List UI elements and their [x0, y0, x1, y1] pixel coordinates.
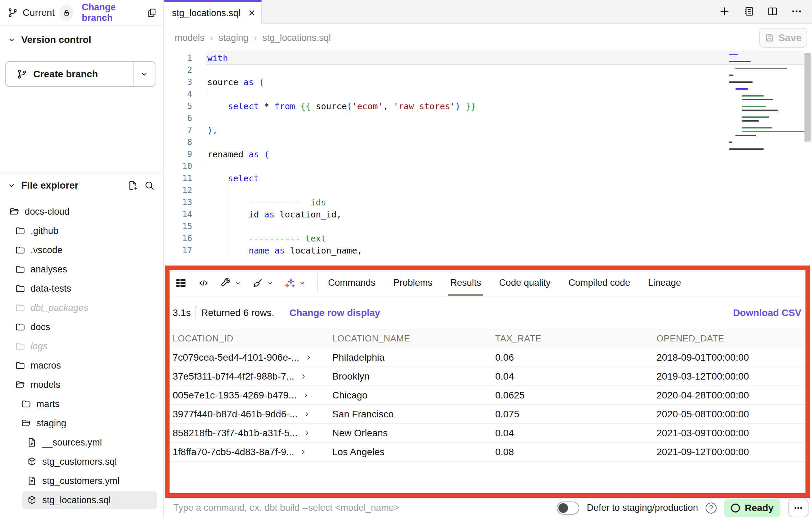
code-line-7[interactable]: 7),: [164, 124, 812, 136]
tree-item-label: staging: [36, 418, 66, 429]
panel-tab-compiled-code[interactable]: Compiled code: [559, 270, 639, 296]
tree-item--github[interactable]: .github: [0, 221, 163, 240]
tree-item-stg-customers-yml[interactable]: stg_customers.yml: [0, 471, 163, 491]
code-line-16[interactable]: 16 ---------- text: [164, 233, 812, 245]
code-line-12[interactable]: 12: [164, 184, 812, 196]
panel-tab-code-quality[interactable]: Code quality: [490, 270, 559, 296]
code-line-10[interactable]: 10: [164, 160, 812, 172]
version-control-title: Version control: [21, 34, 91, 45]
cell-location-id: 7c079cea-5ed4-4101-906e-...: [173, 348, 312, 367]
panel-tab-commands[interactable]: Commands: [319, 270, 384, 296]
more-options-button[interactable]: [788, 499, 809, 517]
indent-guide: [208, 88, 208, 124]
status-circle-icon: [731, 504, 740, 513]
new-file-icon[interactable]: [127, 180, 138, 191]
code-line-2[interactable]: 2: [164, 64, 812, 76]
indent-guide: [229, 184, 229, 257]
code-line-9[interactable]: 9renamed as (: [164, 148, 812, 160]
breadcrumb-staging[interactable]: staging: [219, 33, 248, 43]
tree-item-models[interactable]: models: [0, 375, 163, 394]
panel-tab-results[interactable]: Results: [441, 270, 490, 296]
table-grid-icon-button[interactable]: [174, 277, 187, 290]
editor-scrollbar-thumb[interactable]: [804, 53, 811, 142]
code-line-15[interactable]: 15: [164, 221, 812, 233]
tree-item-docs-cloud[interactable]: docs-cloud: [0, 202, 163, 221]
expand-row-chevron-icon[interactable]: [300, 448, 307, 456]
line-number: 2: [164, 64, 192, 76]
tab-stg-locations-sql[interactable]: stg_locations.sql ✕: [164, 0, 262, 24]
cell-tax-rate: 0.04: [495, 424, 514, 442]
code-line-3[interactable]: 3source as (: [164, 76, 812, 88]
minimap-line: [729, 54, 803, 57]
download-csv-link[interactable]: Download CSV: [733, 307, 801, 318]
tree-item-data-tests[interactable]: data-tests: [0, 279, 163, 298]
save-button[interactable]: Save: [759, 28, 807, 48]
breadcrumb-file[interactable]: stg_locations.sql: [262, 33, 331, 43]
code-line-11[interactable]: 11 select: [164, 172, 812, 184]
tree-item-stg-locations-sql[interactable]: stg_locations.sql: [0, 491, 163, 510]
tree-item-macros[interactable]: macros: [0, 356, 163, 375]
folder-icon: [15, 226, 25, 236]
defer-toggle[interactable]: [557, 502, 579, 515]
ready-status-badge[interactable]: Ready: [724, 499, 780, 517]
change-row-display-link[interactable]: Change row display: [289, 307, 380, 318]
minimap-line: [729, 64, 803, 67]
breadcrumb-models[interactable]: models: [175, 33, 205, 43]
create-branch-button[interactable]: Create branch: [5, 61, 155, 87]
code-line-8[interactable]: 8: [164, 136, 812, 148]
version-control-header[interactable]: Version control: [8, 34, 91, 45]
expand-row-chevron-icon[interactable]: [302, 392, 310, 399]
copy-icon[interactable]: [147, 8, 157, 18]
code-line-4[interactable]: 4: [164, 88, 812, 100]
create-branch-dropdown[interactable]: [134, 62, 155, 86]
editor-header: models › staging › stg_locations.sql Sav…: [164, 24, 812, 52]
code-line-1[interactable]: 1with: [164, 52, 812, 64]
line-number: 11: [164, 172, 192, 184]
panel-tab-lineage[interactable]: Lineage: [639, 270, 690, 296]
dbt-cloud-ide-window: Current Change branch Version control: [0, 0, 812, 518]
tree-item-analyses[interactable]: analyses: [0, 260, 163, 279]
close-tab-icon[interactable]: ✕: [248, 8, 256, 19]
plus-icon[interactable]: [719, 5, 730, 17]
code-editor[interactable]: 1with23source as (45 select * from {{ so…: [164, 52, 812, 266]
command-bar: Type a command, ex. dbt build --select <…: [164, 498, 812, 518]
chevron-down-icon: [8, 181, 16, 190]
expand-row-chevron-icon[interactable]: [300, 373, 307, 380]
expand-row-chevron-icon[interactable]: [303, 429, 311, 437]
help-icon[interactable]: ?: [706, 503, 717, 514]
search-icon[interactable]: [144, 180, 155, 191]
tree-item-staging[interactable]: staging: [0, 414, 163, 433]
tree-item-logs[interactable]: logs: [0, 337, 163, 356]
expand-row-chevron-icon[interactable]: [303, 410, 311, 418]
minimap-line: [729, 91, 803, 94]
code-line-13[interactable]: 13 ---------- ids: [164, 196, 812, 209]
file-explorer-header[interactable]: File explorer: [0, 173, 163, 198]
table-row: 7c079cea-5ed4-4101-906e-...Philadelphia0…: [170, 348, 805, 367]
tree-item-marts[interactable]: marts: [0, 394, 163, 414]
sparkle-icon-button[interactable]: [284, 277, 306, 289]
code-line-5[interactable]: 5 select * from {{ source('ecom', 'raw_s…: [164, 100, 812, 112]
code-line-14[interactable]: 14 id as location_id,: [164, 209, 812, 221]
notebook-icon[interactable]: [743, 5, 754, 17]
split-pane-icon[interactable]: [767, 5, 778, 17]
tree-item--sources-yml[interactable]: __sources.yml: [0, 433, 163, 452]
minimap[interactable]: [729, 53, 803, 151]
broom-icon-button[interactable]: [252, 277, 274, 289]
wrench-icon-button[interactable]: [220, 277, 242, 289]
code-line-17[interactable]: 17 name as location_name,: [164, 245, 812, 257]
chevron-down-icon: [8, 36, 16, 44]
ellipsis-icon[interactable]: [791, 5, 802, 17]
sparkle-icon: [284, 277, 296, 289]
tree-item-dbt-packages[interactable]: dbt_packages: [0, 298, 163, 317]
code-line-6[interactable]: 6: [164, 112, 812, 124]
folder-icon: [15, 264, 25, 274]
tree-item--vscode[interactable]: .vscode: [0, 240, 163, 260]
command-input[interactable]: Type a command, ex. dbt build --select <…: [173, 503, 557, 513]
change-branch-link[interactable]: Change branch: [82, 2, 142, 23]
tree-item-stg-customers-sql[interactable]: stg_customers.sql: [0, 452, 163, 471]
tree-item-label: marts: [36, 399, 60, 409]
code-icon-button[interactable]: [198, 277, 209, 289]
tree-item-docs[interactable]: docs: [0, 317, 163, 337]
panel-tab-problems[interactable]: Problems: [384, 270, 441, 296]
expand-row-chevron-icon[interactable]: [305, 354, 312, 361]
